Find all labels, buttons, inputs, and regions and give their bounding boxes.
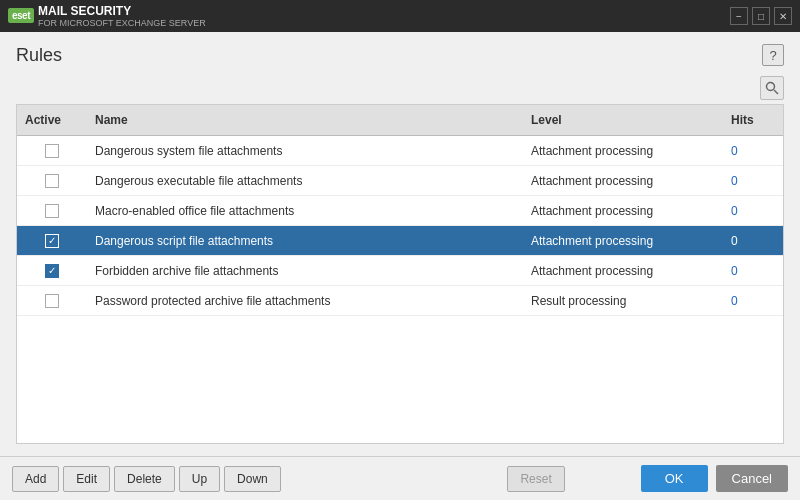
hits-cell: 0 — [723, 260, 783, 282]
name-cell: Password protected archive file attachme… — [87, 290, 523, 312]
svg-line-1 — [774, 90, 778, 94]
name-cell: Macro-enabled office file attachments — [87, 200, 523, 222]
active-cell — [17, 140, 87, 162]
hits-cell: 0 — [723, 200, 783, 222]
eset-logo-box: eset — [8, 8, 34, 23]
title-bar-controls: − □ ✕ — [730, 7, 792, 25]
checkbox[interactable]: ✓ — [45, 234, 59, 248]
hits-value: 0 — [731, 174, 738, 188]
ok-button[interactable]: OK — [641, 465, 708, 492]
title-bar-left: eset MAIL SECURITY FOR MICROSOFT EXCHANG… — [8, 3, 206, 28]
active-cell — [17, 170, 87, 192]
help-button[interactable]: ? — [762, 44, 784, 66]
table-row[interactable]: Macro-enabled office file attachmentsAtt… — [17, 196, 783, 226]
up-button[interactable]: Up — [179, 466, 220, 492]
active-cell: ✓ — [17, 260, 87, 282]
checkbox[interactable] — [45, 144, 59, 158]
search-button[interactable] — [760, 76, 784, 100]
minimize-button[interactable]: − — [730, 7, 748, 25]
search-icon — [765, 81, 779, 95]
hits-value: 0 — [731, 264, 738, 278]
name-cell: Dangerous executable file attachments — [87, 170, 523, 192]
col-header-name: Name — [87, 111, 523, 129]
active-cell — [17, 290, 87, 312]
add-button[interactable]: Add — [12, 466, 59, 492]
hits-cell: 0 — [723, 290, 783, 312]
page-title: Rules — [16, 45, 62, 66]
level-cell: Attachment processing — [523, 200, 723, 222]
delete-button[interactable]: Delete — [114, 466, 175, 492]
table-row[interactable]: Dangerous system file attachmentsAttachm… — [17, 136, 783, 166]
table-body: Dangerous system file attachmentsAttachm… — [17, 136, 783, 443]
svg-point-0 — [767, 83, 775, 91]
level-cell: Attachment processing — [523, 170, 723, 192]
checkbox[interactable] — [45, 174, 59, 188]
hits-cell: 0 — [723, 170, 783, 192]
active-cell — [17, 200, 87, 222]
page-header: Rules ? — [16, 44, 784, 66]
name-cell: Dangerous system file attachments — [87, 140, 523, 162]
level-cell: Attachment processing — [523, 140, 723, 162]
edit-button[interactable]: Edit — [63, 466, 110, 492]
active-cell: ✓ — [17, 230, 87, 252]
hits-cell: 0 — [723, 140, 783, 162]
checkbox[interactable]: ✓ — [45, 264, 59, 278]
table-row[interactable]: Dangerous executable file attachmentsAtt… — [17, 166, 783, 196]
action-buttons: Add Edit Delete Up Down — [12, 466, 281, 492]
close-button[interactable]: ✕ — [774, 7, 792, 25]
hits-cell: 0 — [723, 230, 783, 252]
product-name: MAIL SECURITY FOR MICROSOFT EXCHANGE SER… — [38, 3, 206, 28]
down-button[interactable]: Down — [224, 466, 281, 492]
level-cell: Result processing — [523, 290, 723, 312]
hits-value: 0 — [731, 204, 738, 218]
name-cell: Forbidden archive file attachments — [87, 260, 523, 282]
bottom-bar: Add Edit Delete Up Down Reset OK Cancel — [0, 456, 800, 500]
eset-logo: eset MAIL SECURITY FOR MICROSOFT EXCHANG… — [8, 3, 206, 28]
table-row[interactable]: ✓Dangerous script file attachmentsAttach… — [17, 226, 783, 256]
main-content: Rules ? Active Name Level Hits Dangerous… — [0, 32, 800, 456]
col-header-active: Active — [17, 111, 87, 129]
checkbox[interactable] — [45, 204, 59, 218]
rules-table: Active Name Level Hits Dangerous system … — [16, 104, 784, 444]
hits-value: 0 — [731, 234, 738, 248]
level-cell: Attachment processing — [523, 260, 723, 282]
table-row[interactable]: Password protected archive file attachme… — [17, 286, 783, 316]
name-cell: Dangerous script file attachments — [87, 230, 523, 252]
title-bar: eset MAIL SECURITY FOR MICROSOFT EXCHANG… — [0, 0, 800, 32]
level-cell: Attachment processing — [523, 230, 723, 252]
search-area — [16, 76, 784, 100]
table-row[interactable]: ✓Forbidden archive file attachmentsAttac… — [17, 256, 783, 286]
reset-button[interactable]: Reset — [507, 466, 564, 492]
hits-value: 0 — [731, 294, 738, 308]
col-header-hits: Hits — [723, 111, 783, 129]
hits-value: 0 — [731, 144, 738, 158]
cancel-button[interactable]: Cancel — [716, 465, 788, 492]
checkbox[interactable] — [45, 294, 59, 308]
maximize-button[interactable]: □ — [752, 7, 770, 25]
col-header-level: Level — [523, 111, 723, 129]
table-header: Active Name Level Hits — [17, 105, 783, 136]
